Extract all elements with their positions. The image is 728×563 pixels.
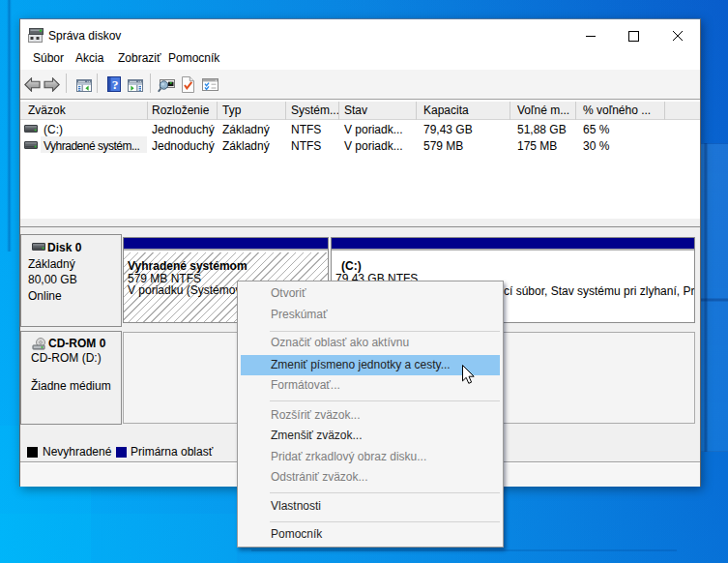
svg-text:?: ? bbox=[112, 77, 119, 92]
